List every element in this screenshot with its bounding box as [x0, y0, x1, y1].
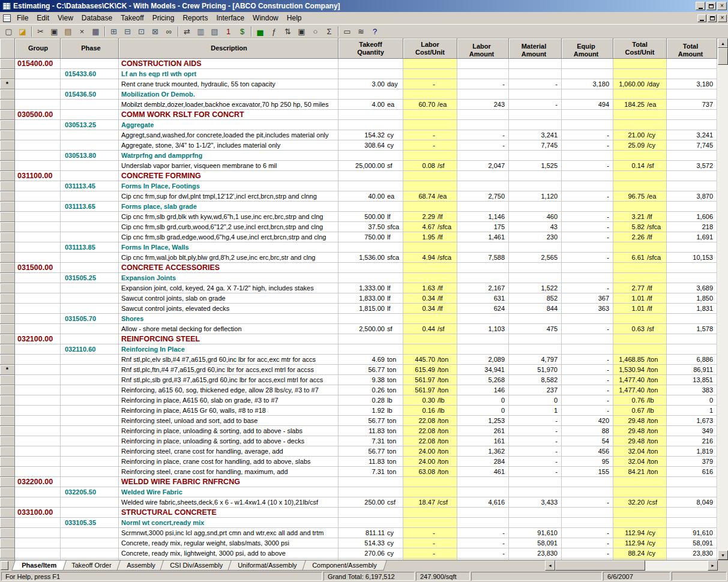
description-cell[interactable]: Concrete, ready mix, lightweight, 3000 p… — [119, 548, 338, 559]
row-selector[interactable]: * — [0, 79, 15, 89]
equip-amount-cell[interactable] — [562, 202, 613, 212]
restore-button[interactable] — [706, 2, 716, 10]
row-selector[interactable] — [0, 508, 15, 518]
help-button[interactable]: ? — [368, 25, 382, 38]
labor-amount-cell[interactable]: 2,089 — [457, 355, 509, 365]
detail-window-button[interactable]: ▭ — [340, 25, 354, 38]
takeoff-quantity-cell[interactable]: 4.69ton — [338, 355, 403, 365]
total-amount-cell[interactable]: 3,180 — [667, 79, 717, 89]
description-cell[interactable]: Expansion Joints — [119, 273, 338, 283]
labor-amount-cell[interactable] — [457, 477, 509, 487]
group-cell[interactable]: 031100.00 — [15, 171, 61, 181]
takeoff-quantity-cell[interactable] — [338, 171, 403, 181]
equip-amount-cell[interactable]: - — [562, 406, 613, 416]
equip-amount-cell[interactable]: - — [562, 232, 613, 242]
phase-cell[interactable] — [61, 130, 119, 140]
group-cell[interactable] — [15, 538, 61, 548]
phase-cell[interactable] — [61, 385, 119, 395]
labor-amount-cell[interactable]: 631 — [457, 293, 509, 304]
vertical-scroll-track[interactable] — [718, 48, 728, 550]
phase-cell[interactable] — [61, 59, 119, 69]
labor-cost-unit-cell[interactable]: 561.97/ton — [403, 385, 457, 395]
equip-amount-cell[interactable]: - — [562, 191, 613, 202]
total-cost-unit-cell[interactable]: 1.01/lf — [613, 293, 667, 304]
labor-cost-unit-cell[interactable] — [403, 263, 457, 273]
labor-cost-unit-cell[interactable]: 22.08/ton — [403, 416, 457, 426]
phase-cell[interactable] — [61, 212, 119, 222]
horizontal-scroll-track[interactable] — [555, 560, 708, 571]
description-cell[interactable]: Sawcut control joints, elevated decks — [119, 304, 338, 314]
takeoff-button[interactable]: ⊞ — [107, 25, 121, 38]
menu-item-pricing[interactable]: Pricing — [148, 13, 179, 23]
group-cell[interactable] — [15, 518, 61, 528]
total-cost-unit-cell[interactable]: 6.61/sfca — [613, 253, 667, 263]
goto-button[interactable]: ⇄ — [180, 25, 194, 38]
material-amount-cell[interactable] — [509, 181, 562, 191]
phase-cell[interactable] — [61, 79, 119, 89]
takeoff-quantity-cell[interactable] — [338, 477, 403, 487]
total-cost-unit-cell[interactable]: 29.48/ton — [613, 426, 667, 436]
takeoff-quantity-cell[interactable]: 1,333.00lf — [338, 283, 403, 293]
phase-cell[interactable] — [61, 110, 119, 120]
takeoff-quantity-cell[interactable] — [338, 202, 403, 212]
labor-amount-cell[interactable] — [457, 110, 509, 120]
row-selector[interactable] — [0, 171, 15, 181]
row-selector[interactable] — [0, 416, 15, 426]
row-selector[interactable] — [0, 212, 15, 222]
total-cost-unit-cell[interactable]: 29.48/ton — [613, 416, 667, 426]
description-cell[interactable]: Sawcut control joints, slab on grade — [119, 293, 338, 304]
takeoff-quantity-cell[interactable]: 154.32cy — [338, 130, 403, 140]
grid-corner[interactable] — [0, 38, 15, 59]
row-selector[interactable] — [0, 487, 15, 497]
phase-cell[interactable]: 030513.80 — [61, 151, 119, 161]
labor-cost-unit-cell[interactable] — [403, 477, 457, 487]
material-amount-cell[interactable]: - — [509, 100, 562, 110]
description-cell[interactable]: Cip cnc frm,sup for dwl,plnt tmpl,12'12'… — [119, 191, 338, 202]
total-cost-unit-cell[interactable] — [613, 334, 667, 344]
row-selector[interactable] — [0, 100, 15, 110]
description-cell[interactable]: Reinforcing steel, crane cost for handli… — [119, 446, 338, 457]
takeoff-quantity-cell[interactable] — [338, 518, 403, 528]
total-cost-unit-cell[interactable]: 1,530.94/ton — [613, 365, 667, 375]
paste-button[interactable]: ▤ — [61, 25, 75, 38]
group-cell[interactable] — [15, 365, 61, 375]
total-cost-unit-cell[interactable] — [613, 181, 667, 191]
labor-cost-unit-cell[interactable] — [403, 171, 457, 181]
equip-amount-cell[interactable] — [562, 120, 613, 130]
total-cost-unit-cell[interactable] — [613, 69, 667, 79]
description-cell[interactable]: Cip cnc frm,wal,job blt,ply,blw grd,8'h,… — [119, 253, 338, 263]
menu-item-file[interactable]: File — [13, 13, 32, 23]
labor-cost-unit-cell[interactable]: 445.70/ton — [403, 355, 457, 365]
row-selector[interactable] — [0, 548, 15, 559]
equip-amount-cell[interactable] — [562, 171, 613, 181]
labor-amount-cell[interactable]: - — [457, 130, 509, 140]
description-cell[interactable]: Reinforcing In Place — [119, 344, 338, 355]
material-amount-cell[interactable]: 1 — [509, 406, 562, 416]
total-cost-unit-cell[interactable] — [613, 202, 667, 212]
phase-cell[interactable]: 031505.25 — [61, 273, 119, 283]
phase-cell[interactable] — [61, 222, 119, 232]
material-amount-cell[interactable]: 1,120 — [509, 191, 562, 202]
row-selector[interactable] — [0, 151, 15, 161]
labor-amount-cell[interactable]: 161 — [457, 436, 509, 446]
tab-uniformat-assembly[interactable]: Uniformat/Assembly — [228, 560, 307, 571]
vertical-scroll-thumb[interactable] — [718, 48, 728, 65]
column-header-group[interactable]: Group — [15, 38, 61, 59]
labor-amount-cell[interactable]: 261 — [457, 426, 509, 436]
equip-amount-cell[interactable]: - — [562, 130, 613, 140]
labor-amount-cell[interactable]: 146 — [457, 385, 509, 395]
group-cell[interactable] — [15, 385, 61, 395]
material-amount-cell[interactable] — [509, 273, 562, 283]
group-cell[interactable]: 032100.00 — [15, 334, 61, 344]
takeoff-quantity-cell[interactable] — [338, 110, 403, 120]
description-cell[interactable]: Forms place, slab grade — [119, 202, 338, 212]
crew-pricing-button[interactable]: ▧ — [208, 25, 221, 38]
menu-item-edit[interactable]: Edit — [32, 13, 53, 23]
takeoff-quantity-cell[interactable] — [338, 273, 403, 283]
labor-amount-cell[interactable] — [457, 69, 509, 79]
single-item-button[interactable]: 1 — [221, 25, 235, 38]
total-cost-unit-cell[interactable] — [613, 344, 667, 355]
phase-cell[interactable]: 031505.70 — [61, 314, 119, 324]
takeoff-quantity-cell[interactable] — [338, 151, 403, 161]
row-selector[interactable] — [0, 324, 15, 334]
